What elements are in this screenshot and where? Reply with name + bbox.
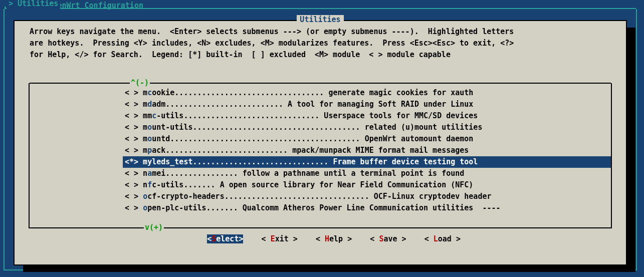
menu-item[interactable]: < > mcookie.............................… xyxy=(30,87,611,99)
menu-list[interactable]: < > mcookie.............................… xyxy=(30,83,611,214)
help-text: Arrow keys navigate the menu. <Enter> se… xyxy=(15,21,626,61)
exit-button[interactable]: < Exit > xyxy=(262,234,298,243)
menu-item[interactable]: < > mmc-utils...........................… xyxy=(30,110,611,122)
menu-dialog: Utilities Arrow keys navigate the menu. … xyxy=(14,20,627,265)
load-button[interactable]: < Load > xyxy=(424,234,461,243)
menu-item[interactable]: < > namei................ follow a pathn… xyxy=(30,168,611,179)
menu-item[interactable]: < > mountd..............................… xyxy=(30,133,611,145)
breadcrumb: > Utilities xyxy=(7,0,60,10)
menu-item[interactable]: < > mount-utils.........................… xyxy=(30,122,611,133)
menu-item[interactable]: < > nfc-utils....... A open source libra… xyxy=(30,179,611,191)
menu-item[interactable]: < > ocf-crypto-headers..................… xyxy=(30,191,611,202)
dialog-title: Utilities xyxy=(15,14,626,26)
terminal-screen: .config - OpenWrt Configuration > Utilit… xyxy=(0,0,644,277)
save-button[interactable]: < Save > xyxy=(370,234,406,243)
menu-item[interactable]: < > mpack........................... mpa… xyxy=(30,145,611,156)
help-button[interactable]: < Help > xyxy=(316,234,352,243)
dialog-buttons: <Select> < Exit > < Help > < Save > < Lo… xyxy=(15,222,626,256)
menu-list-frame: ^(-) < > mcookie........................… xyxy=(29,83,612,228)
select-button[interactable]: <Select> xyxy=(207,234,243,243)
menu-item[interactable]: <*> myleds_test.........................… xyxy=(30,156,611,168)
menu-item[interactable]: < > open-plc-utils....... Qualcomm Ather… xyxy=(30,202,611,214)
menu-item[interactable]: < > mdadm.......................... A to… xyxy=(30,99,611,110)
